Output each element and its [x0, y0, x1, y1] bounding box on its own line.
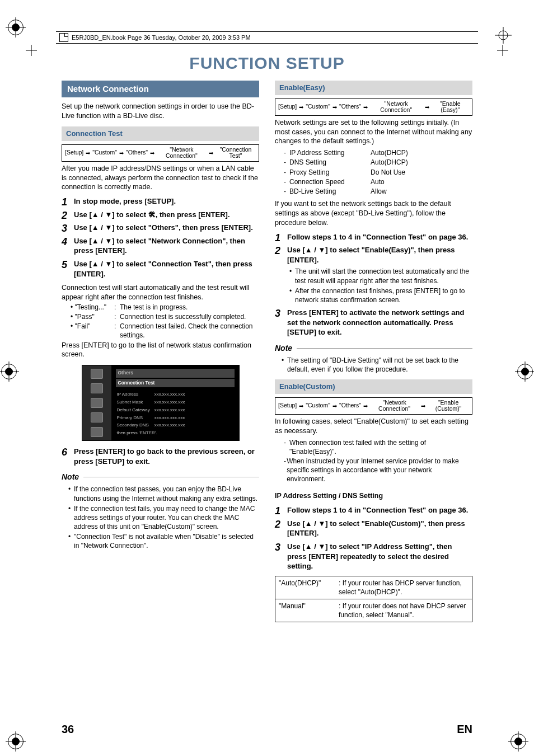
- path-step: "Enable (Easy)": [432, 101, 469, 114]
- path-step: "Custom": [92, 149, 117, 156]
- note-list: The setting of "BD-Live Setting" will no…: [275, 356, 472, 374]
- step-6-list: Press [ENTER] to go back to the previous…: [62, 447, 259, 466]
- section-network-connection: Network Connection: [62, 81, 259, 97]
- subsection-enable-custom: Enable(Custom): [275, 379, 472, 394]
- note-item: If the connection test fails, you may ne…: [68, 504, 259, 532]
- osd-screenshot: Others Connection Test IP Addressxxx.xxx…: [82, 365, 240, 441]
- book-header-text: E5RJ0BD_EN.book Page 36 Tuesday, October…: [72, 34, 251, 41]
- osd-icon: [91, 369, 103, 379]
- step-4: Use [▲ / ▼] to select "Network Connectio…: [62, 236, 259, 256]
- table-row: "Auto(DHCP)" : If your router has DHCP s…: [275, 576, 472, 599]
- note-item: If the connection test passes, you can e…: [68, 485, 259, 503]
- test-status-list: • "Testing...":The test is in progress. …: [62, 303, 259, 340]
- enable-custom-steps: Follow steps 1 to 4 in "Connection Test"…: [275, 505, 472, 571]
- step-1: Follow steps 1 to 4 in "Connection Test"…: [275, 505, 472, 515]
- path-step: "Network Connection": [157, 147, 207, 159]
- note-heading: Note: [275, 343, 472, 354]
- table-cell: "Auto(DHCP)": [275, 576, 336, 599]
- menu-path-enable-custom: [Setup]➡ "Custom"➡ "Others"➡ "Network Co…: [275, 397, 472, 415]
- reg-mark-icon: [8, 20, 24, 35]
- path-step: "Others": [339, 104, 361, 110]
- step-3: Use [▲ / ▼] to select "IP Address Settin…: [275, 542, 472, 571]
- osd-table: IP Addressxxx.xxx.xxx.xxx Subnet Maskxxx…: [116, 391, 190, 438]
- note-list: If the connection test passes, you can e…: [62, 485, 259, 550]
- sub-bullet: The unit will start the connection test …: [289, 267, 472, 285]
- path-step: "Others": [339, 402, 361, 409]
- custom-intro: In following cases, select "Enable(Custo…: [275, 417, 472, 436]
- enable-easy-steps: Follow steps 1 to 4 in "Connection Test"…: [275, 232, 472, 337]
- reg-mark-icon: [517, 364, 533, 379]
- step-6: Press [ENTER] to go back to the previous…: [62, 447, 259, 466]
- osd-sidebar: [82, 365, 111, 440]
- note-item: "Connection Test" is not available when …: [68, 532, 259, 550]
- menu-path-connection-test: [Setup]➡ "Custom"➡ "Others"➡ "Network Co…: [62, 144, 259, 162]
- easy-intro: Network settings are set to the followin…: [275, 118, 472, 147]
- subsection-enable-easy: Enable(Easy): [275, 81, 472, 95]
- sub-bullet: After the connection test finishes, pres…: [289, 287, 472, 304]
- step-3: Press [ENTER] to activate the network se…: [275, 308, 472, 337]
- crop-mark-icon: [26, 45, 37, 58]
- path-step: "Network Connection": [370, 400, 419, 412]
- step-1: In stop mode, press [SETUP].: [62, 196, 259, 206]
- table-cell: "Manual": [275, 599, 336, 622]
- step-2: Use [▲ / ▼] to select 🛠, then press [ENT…: [62, 210, 259, 220]
- page: E5RJ0BD_EN.book Page 36 Tuesday, October…: [0, 0, 534, 756]
- right-column: Enable(Easy) [Setup]➡ "Custom"➡ "Others"…: [275, 81, 472, 722]
- test-intro: Connection test will start automatically…: [62, 283, 259, 302]
- osd-bar: Connection Test: [116, 379, 235, 387]
- table-cell: : If your router has DHCP server functio…: [335, 576, 472, 599]
- osd-icon: [91, 383, 103, 393]
- connection-test-steps: In stop mode, press [SETUP]. Use [▲ / ▼]…: [62, 196, 259, 279]
- custom-cases: -When connection test failed with the se…: [275, 438, 472, 484]
- osd-icon: [91, 427, 103, 437]
- path-step: "Network Connection": [370, 101, 423, 114]
- left-column: Network Connection Set up the network co…: [62, 81, 259, 722]
- path-step: [Setup]: [65, 149, 83, 156]
- osd-bar: Others: [116, 369, 235, 377]
- path-step: "Enable (Custom)": [428, 400, 469, 412]
- reg-mark-icon: [1, 364, 17, 379]
- default-settings: -IP Address SettingAuto(DHCP) -DNS Setti…: [275, 148, 472, 196]
- menu-path-enable-easy: [Setup]➡ "Custom"➡ "Others"➡ "Network Co…: [275, 98, 472, 116]
- book-header: E5RJ0BD_EN.book Page 36 Tuesday, October…: [56, 31, 478, 44]
- press-enter-list: Press [ENTER] to go to the list of netwo…: [62, 341, 259, 360]
- step-2: Use [▲ / ▼] to select "Enable(Easy)", th…: [275, 245, 472, 304]
- path-step: "Custom": [306, 104, 330, 110]
- path-step: "Custom": [306, 402, 330, 409]
- crop-mark-icon: [497, 45, 508, 58]
- table-row: "Manual" : If your router does not have …: [275, 599, 472, 622]
- page-icon: [59, 33, 68, 42]
- path-step: "Others": [126, 149, 148, 156]
- note-item: The setting of "BD-Live Setting" will no…: [282, 356, 472, 374]
- reg-mark-icon: [510, 734, 526, 749]
- note-heading: Note: [62, 472, 259, 482]
- after-path-text: After you made IP address/DNS settings o…: [62, 164, 259, 192]
- reg-mark-icon: [8, 734, 24, 749]
- easy-back-text: If you want to set the network settings …: [275, 199, 472, 228]
- osd-icon: [91, 412, 103, 422]
- crop-mark-icon: [495, 27, 512, 46]
- content: FUNCTION SETUP Network Connection Set up…: [62, 50, 472, 722]
- ipdns-heading: IP Address Setting / DNS Setting: [275, 491, 472, 501]
- table-cell: : If your router does not have DHCP serv…: [335, 599, 472, 622]
- path-step: [Setup]: [278, 402, 297, 409]
- step-2: Use [▲ / ▼] to select "Enable(Custom)", …: [275, 519, 472, 538]
- page-number: 36: [62, 723, 74, 736]
- intro-text: Set up the network connection settings i…: [62, 102, 259, 121]
- path-step: "Connection Test": [216, 147, 256, 159]
- step-3: Use [▲ / ▼] to select "Others", then pre…: [62, 223, 259, 233]
- step-5: Use [▲ / ▼] to select "Connection Test",…: [62, 259, 259, 279]
- path-step: [Setup]: [278, 104, 297, 110]
- page-lang: EN: [457, 723, 472, 736]
- page-title: FUNCTION SETUP: [62, 54, 472, 73]
- page-footer: 36 EN: [62, 723, 472, 736]
- osd-icon: [91, 398, 103, 408]
- step-1: Follow steps 1 to 4 in "Connection Test"…: [275, 232, 472, 242]
- ip-setting-table: "Auto(DHCP)" : If your router has DHCP s…: [275, 576, 472, 623]
- subsection-connection-test: Connection Test: [62, 126, 259, 141]
